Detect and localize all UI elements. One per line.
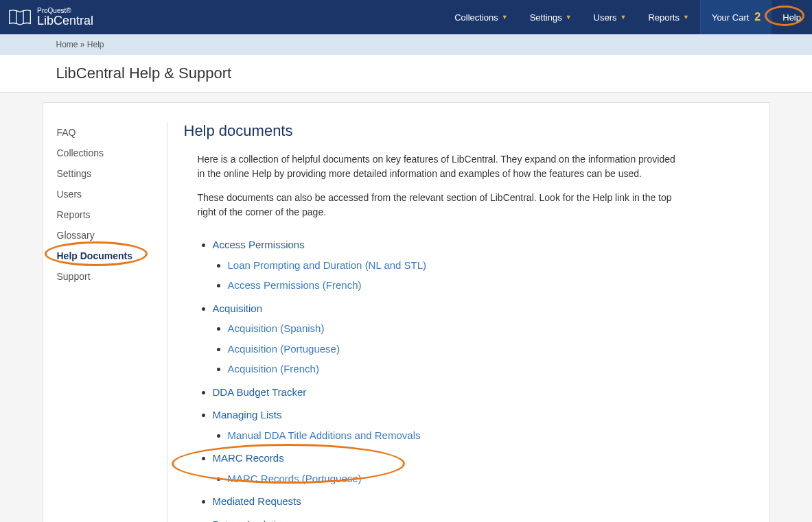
nav-item-reports[interactable]: Reports▼ <box>637 0 699 34</box>
intro-paragraph-2: These documents can also be accessed fro… <box>198 191 678 220</box>
section-sublink[interactable]: Access Permissions (French) <box>228 279 362 291</box>
breadcrumb-sep: » <box>78 40 87 49</box>
sidebar-item-reports[interactable]: Reports <box>57 204 161 225</box>
section-subitem: Acquisition (French) <box>228 360 756 378</box>
section-sublink[interactable]: Acquisition (Spanish) <box>228 322 325 334</box>
cart-count: 2 <box>754 11 761 23</box>
cart-link[interactable]: Your Cart 2 <box>700 0 772 34</box>
highlight-circle-sidebar <box>45 241 148 266</box>
section-item: AcquisitionAcquisition (Spanish)Acquisit… <box>213 300 756 378</box>
section-sublist: Acquisition (Spanish)Acquisition (Portug… <box>213 320 756 378</box>
sidebar-item-support[interactable]: Support <box>57 266 161 287</box>
nav-item-collections[interactable]: Collections▼ <box>443 0 519 34</box>
cart-label: Your Cart <box>712 12 749 23</box>
section-link-acquisition[interactable]: Acquisition <box>213 302 263 314</box>
sidebar-item-collections[interactable]: Collections <box>57 143 161 163</box>
section-subitem: Manual DDA Title Additions and Removals <box>228 427 756 444</box>
nav-item-settings[interactable]: Settings▼ <box>519 0 583 34</box>
section-item: MARC RecordsMARC Records (Portuguese) <box>213 449 756 487</box>
book-icon <box>8 8 32 27</box>
section-link-marc-records[interactable]: MARC Records <box>213 452 284 464</box>
section-link-mediated-requests[interactable]: Mediated Requests <box>213 495 301 507</box>
section-sublink[interactable]: MARC Records (Portuguese) <box>228 473 362 484</box>
section-subitem: Loan Prompting and Duration (NL and STL) <box>228 257 756 274</box>
section-item: DDA Budget Tracker <box>213 383 756 401</box>
section-sublink[interactable]: Acquisition (Portuguese) <box>228 343 340 355</box>
nav-label: Settings <box>530 12 562 23</box>
section-link-managing-lists[interactable]: Managing Lists <box>213 409 282 420</box>
section-subitem: Access Permissions (French) <box>228 276 756 294</box>
section-sublink[interactable]: Loan Prompting and Duration (NL and STL) <box>228 259 427 271</box>
section-sublink[interactable]: Acquisition (French) <box>228 363 319 375</box>
section-subitem: Acquisition (Portuguese) <box>228 340 756 358</box>
section-link-access-permissions[interactable]: Access Permissions <box>213 239 305 250</box>
chevron-down-icon: ▼ <box>620 14 627 21</box>
title-bar: LibCentral Help & Support <box>0 55 812 93</box>
main-content-wrap: FAQCollectionsSettingsUsersReportsGlossa… <box>43 102 770 522</box>
brand-label-large: LibCentral <box>37 14 93 27</box>
section-sublink[interactable]: Manual DDA Title Additions and Removals <box>228 429 421 441</box>
content-heading: Help documents <box>184 122 756 140</box>
top-navbar: ProQuest® LibCentral Collections▼Setting… <box>0 0 812 34</box>
section-subitem: Acquisition (Spanish) <box>228 320 756 337</box>
section-item: Patron Analytics <box>213 516 756 523</box>
breadcrumb-home[interactable]: Home <box>56 40 78 49</box>
help-content: Help documents Here is a collection of h… <box>167 122 756 522</box>
sidebar-item-faq[interactable]: FAQ <box>57 122 161 143</box>
nav-label: Collections <box>454 12 498 23</box>
help-sidebar: FAQCollectionsSettingsUsersReportsGlossa… <box>57 122 167 522</box>
help-sections-list: Access PermissionsLoan Prompting and Dur… <box>198 236 756 522</box>
breadcrumb-current: Help <box>87 40 104 49</box>
section-link-patron-analytics[interactable]: Patron Analytics <box>213 519 287 523</box>
section-sublist: MARC Records (Portuguese) <box>213 470 756 488</box>
section-item: Mediated Requests <box>213 493 756 510</box>
section-sublist: Loan Prompting and Duration (NL and STL)… <box>213 257 756 294</box>
chevron-down-icon: ▼ <box>502 14 508 21</box>
nav-right: Collections▼Settings▼Users▼Reports▼ Your… <box>443 0 812 34</box>
nav-label: Users <box>594 12 617 23</box>
breadcrumb: Home » Help <box>43 40 770 49</box>
sidebar-item-help-documents[interactable]: Help Documents <box>57 246 161 266</box>
sidebar-item-glossary[interactable]: Glossary <box>57 225 161 246</box>
section-item: Managing ListsManual DDA Title Additions… <box>213 406 756 444</box>
chevron-down-icon: ▼ <box>683 14 689 21</box>
logo-area[interactable]: ProQuest® LibCentral <box>0 8 93 27</box>
sidebar-item-settings[interactable]: Settings <box>57 163 161 184</box>
section-item: Access PermissionsLoan Prompting and Dur… <box>213 236 756 294</box>
page-title: LibCentral Help & Support <box>43 64 770 82</box>
help-label: Help <box>782 12 801 23</box>
nav-label: Reports <box>648 12 680 23</box>
breadcrumb-bar: Home » Help <box>0 34 812 55</box>
intro-paragraph-1: Here is a collection of helpful document… <box>198 152 678 181</box>
nav-item-users[interactable]: Users▼ <box>583 0 638 34</box>
section-subitem: MARC Records (Portuguese) <box>228 470 756 488</box>
help-link[interactable]: Help <box>772 0 812 34</box>
chevron-down-icon: ▼ <box>566 14 572 21</box>
sidebar-item-users[interactable]: Users <box>57 184 161 204</box>
section-sublist: Manual DDA Title Additions and Removals <box>213 427 756 444</box>
section-link-dda-budget-tracker[interactable]: DDA Budget Tracker <box>213 386 307 398</box>
